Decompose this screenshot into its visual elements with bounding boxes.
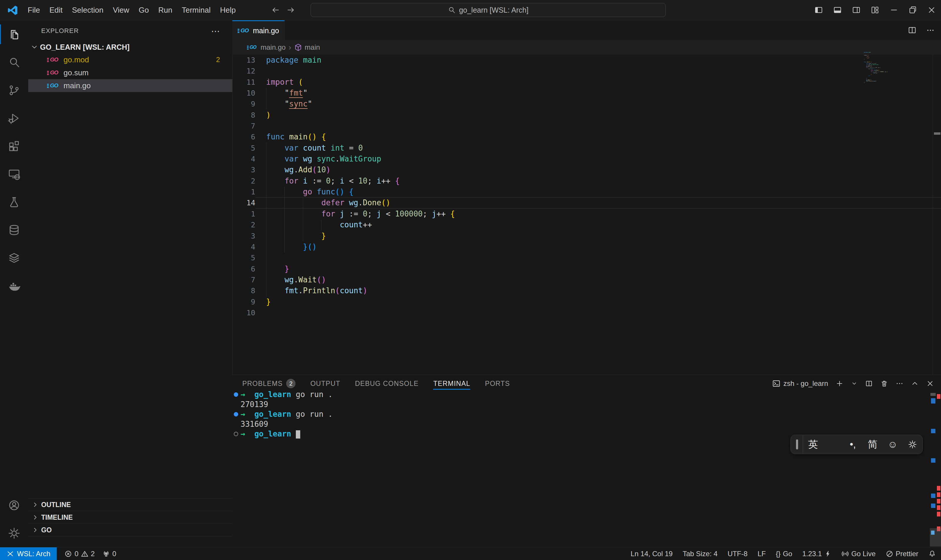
ime-settings[interactable] [903,439,923,449]
file-item-go-mod[interactable]: GO go.mod2 [28,53,232,66]
terminal-output[interactable]: → go_learn go run .270139→ go_learn go r… [232,390,932,439]
code-line[interactable]: 4 var wg sync.WaitGroup [232,154,941,165]
code-line[interactable]: 14 defer wg.Done() [232,197,941,208]
code-line[interactable]: 3 wg.Add(10) [232,165,941,175]
toggle-secondary-sidebar-icon[interactable] [847,0,866,20]
code-line[interactable]: 5 var count int = 0 [232,143,941,154]
back-icon[interactable] [271,6,280,14]
code-line[interactable]: 1 for j := 0; j < 100000; j++ { [232,209,941,219]
code-line[interactable]: 7 [232,121,941,131]
close-icon[interactable] [922,0,941,20]
menu-selection[interactable]: Selection [67,6,108,15]
toggle-primary-sidebar-icon[interactable] [809,0,828,20]
activity-run-debug[interactable] [0,104,28,132]
activity-settings[interactable] [0,519,28,547]
code-line[interactable]: 9 "sync" [232,98,941,109]
ime-simplified[interactable]: 简 [863,438,883,451]
split-terminal-icon[interactable] [865,380,873,387]
command-center-search[interactable]: go_learn [WSL: Arch] [311,3,666,17]
file-item-main-go[interactable]: GO main.go [28,79,232,92]
code-line[interactable]: 4 }() [232,242,941,252]
explorer-section-header[interactable]: GO_LEARN [WSL: ARCH] [28,41,232,53]
command-decoration[interactable] [234,392,238,397]
menu-go[interactable]: Go [134,6,154,15]
code-line[interactable]: 2 for i := 0; i < 10; i++ { [232,175,941,186]
status-encoding[interactable]: UTF-8 [723,550,752,558]
status-go-live[interactable]: Go Live [836,550,881,558]
code-line[interactable]: 11 import ( [232,77,941,88]
menu-view[interactable]: View [108,6,134,15]
remote-indicator[interactable]: WSL: Arch [0,547,57,560]
terminal-title[interactable]: zsh - go_learn [772,379,828,388]
command-decoration[interactable] [234,432,238,436]
code-line[interactable]: 3 } [232,231,941,242]
breadcrumb-file[interactable]: main.go [261,43,286,51]
minimap[interactable]: package mainimport ( "fmt" "sync")func m… [864,52,895,85]
activity-accounts[interactable] [0,491,28,519]
code-line[interactable]: 5 [232,252,941,263]
status-language-mode[interactable]: {}Go [771,550,797,558]
file-item-go-sum[interactable]: GO go.sum [28,66,232,79]
ime-fullwidth[interactable] [823,439,843,449]
ports-status[interactable]: 0 [102,550,116,558]
status-cursor-position[interactable]: Ln 14, Col 19 [626,550,678,558]
problems-status[interactable]: 0 2 [65,550,95,558]
activity-layers[interactable] [0,244,28,272]
more-actions-icon[interactable] [896,380,903,387]
code-line[interactable]: 8 ) [232,110,941,121]
activity-explorer[interactable] [0,20,28,48]
menu-edit[interactable]: Edit [45,6,67,15]
kill-terminal-icon[interactable] [880,380,888,387]
activity-docker[interactable] [0,272,28,300]
code-editor[interactable]: 13 package main12 11 import (10 "fmt"9 "… [232,55,941,318]
toggle-panel-icon[interactable] [828,0,847,20]
status-indentation[interactable]: Tab Size: 4 [678,550,723,558]
code-line[interactable]: 10 "fmt" [232,88,941,98]
launch-profile-icon[interactable] [851,380,858,387]
ime-lang-english[interactable]: 英 [803,438,823,451]
breadcrumb-symbol[interactable]: main [304,43,320,51]
code-line[interactable]: 7 wg.Wait() [232,274,941,285]
customize-layout-icon[interactable] [866,0,884,20]
activity-search[interactable] [0,48,28,76]
ime-drag-handle[interactable] [796,439,798,449]
sidebar-more-actions[interactable]: ⋯ [211,26,221,36]
code-line[interactable]: 8 fmt.Println(count) [232,285,941,296]
menu-terminal[interactable]: Terminal [177,6,215,15]
ime-punctuation[interactable]: •, [843,439,863,450]
code-line[interactable]: 1 go func() { [232,186,941,197]
menu-file[interactable]: File [23,6,45,15]
new-terminal-icon[interactable] [836,380,843,387]
ime-toolbar[interactable]: 英•,简☺ [790,435,923,454]
status-notifications[interactable] [923,550,941,558]
code-line[interactable]: 6 func main() { [232,131,941,142]
more-actions-icon[interactable] [926,26,935,34]
minimize-icon[interactable] [884,0,903,20]
code-line[interactable]: 12 [232,66,941,77]
status-prettier[interactable]: Prettier [881,550,923,558]
maximize-panel-icon[interactable] [911,380,919,387]
menu-run[interactable]: Run [154,6,177,15]
code-line[interactable]: 9 } [232,297,941,307]
code-line[interactable]: 10 [232,307,941,318]
tab-main-go[interactable]: GO main.go [232,20,284,40]
activity-extensions[interactable] [0,132,28,160]
status-eol[interactable]: LF [752,550,771,558]
split-editor-icon[interactable] [908,26,916,34]
activity-database[interactable] [0,216,28,244]
section-outline[interactable]: OUTLINE [28,498,232,511]
activity-source-control[interactable] [0,76,28,104]
section-timeline[interactable]: TIMELINE [28,511,232,523]
code-line[interactable]: 13 package main [232,55,941,66]
code-line[interactable]: 2 count++ [232,219,941,230]
restore-icon[interactable] [903,0,922,20]
activity-remote-explorer[interactable] [0,160,28,188]
close-panel-icon[interactable] [926,380,934,387]
ime-emoji[interactable]: ☺ [883,439,903,450]
menu-help[interactable]: Help [215,6,240,15]
forward-icon[interactable] [286,6,295,14]
activity-testing[interactable] [0,188,28,216]
command-decoration[interactable] [234,412,238,417]
status-go-version[interactable]: 1.23.1 [797,550,836,558]
section-go[interactable]: GO [28,523,232,537]
